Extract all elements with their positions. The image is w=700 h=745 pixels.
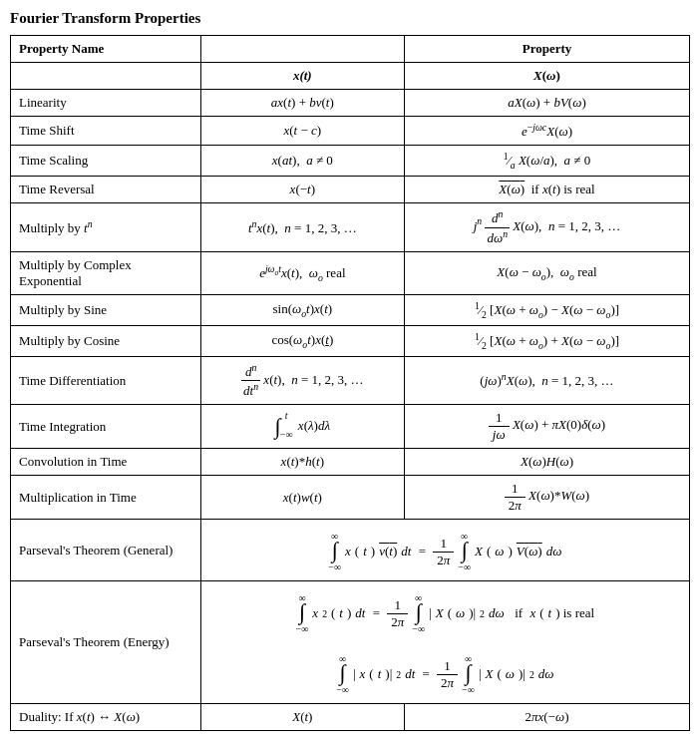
- row-time-shift: Time Shift x(t − c) e−jωcX(ω): [11, 117, 690, 146]
- row-multiply-complex-exp: Multiply by Complex Exponential ejωotx(t…: [11, 251, 690, 294]
- signal-time-shift: x(t − c): [200, 117, 404, 146]
- signal-multiply-complex-exp: ejωotx(t), ωo real: [200, 251, 404, 294]
- page-title: Fourier Transform Properties: [10, 10, 690, 27]
- signal-multiply-sine: sin(ωot)x(t): [200, 294, 404, 325]
- signal-time-diff: dn dtn x(t), n = 1, 2, 3, …: [200, 356, 404, 405]
- property-multiply-sine: 1⁄2 [X(ω + ωo) − X(ω − ωo)]: [404, 294, 689, 325]
- row-duality: Duality: If x(t) ↔ X(ω) X(t) 2πx(−ω): [11, 704, 690, 731]
- signal-multiply-cosine: cos(ωot)x(t): [200, 325, 404, 356]
- signal-linearity: ax(t) + bv(t): [200, 90, 404, 117]
- row-time-scaling: Time Scaling x(at), a ≠ 0 1⁄a X(ω/a), a …: [11, 146, 690, 177]
- subheader-ft: X(ω): [404, 63, 689, 90]
- header-property: Property: [404, 36, 689, 63]
- property-multiply-tn: jn dn dωn X(ω), n = 1, 2, 3, …: [404, 203, 689, 252]
- signal-time-scaling: x(at), a ≠ 0: [200, 146, 404, 177]
- property-duality: 2πx(−ω): [404, 704, 689, 731]
- row-linearity: Linearity ax(t) + bv(t) aX(ω) + bV(ω): [11, 90, 690, 117]
- row-multiplication: Multiplication in Time x(t)w(t) 1 2π X(ω…: [11, 476, 690, 520]
- name-time-scaling: Time Scaling: [11, 146, 201, 177]
- header-name: Property Name: [11, 36, 201, 63]
- signal-time-int: ∫ t −∞ x(λ)dλ: [200, 405, 404, 449]
- properties-table: Property Name Property x(t) X(ω) Lineari…: [10, 35, 690, 731]
- signal-duality: X(t): [200, 704, 404, 731]
- name-parseval-energy: Parseval's Theorem (Energy): [11, 581, 201, 704]
- header-signal: [200, 36, 404, 63]
- formula-parseval-energy-2: ∞ ∫ −∞ |x(t)|2dt = 1 2π ∞ ∫ −∞: [200, 642, 689, 704]
- property-time-diff: (jω)nX(ω), n = 1, 2, 3, …: [404, 356, 689, 405]
- name-multiply-cosine: Multiply by Cosine: [11, 325, 201, 356]
- row-time-reversal: Time Reversal x(−t) X(ω) if x(t) is real: [11, 177, 690, 203]
- formula-parseval-energy-1: ∞ ∫ −∞ x2(t)dt = 1 2π ∞ ∫ −∞: [200, 581, 689, 643]
- name-multiply-complex-exp: Multiply by Complex Exponential: [11, 251, 201, 294]
- name-convolution: Convolution in Time: [11, 449, 201, 476]
- name-linearity: Linearity: [11, 90, 201, 117]
- property-convolution: X(ω)H(ω): [404, 449, 689, 476]
- property-time-scaling: 1⁄a X(ω/a), a ≠ 0: [404, 146, 689, 177]
- row-parseval-energy: Parseval's Theorem (Energy) ∞ ∫ −∞ x2(t)…: [11, 581, 690, 643]
- row-time-int: Time Integration ∫ t −∞ x(λ)dλ 1 jω X(ω)…: [11, 405, 690, 449]
- property-multiplication: 1 2π X(ω)*W(ω): [404, 476, 689, 520]
- property-multiply-cosine: 1⁄2 [X(ω + ωo) + X(ω − ωo)]: [404, 325, 689, 356]
- name-multiplication: Multiplication in Time: [11, 476, 201, 520]
- formula-parseval-general: ∞ ∫ −∞ x(t)v(t)dt = 1 2π ∞ ∫ −∞: [200, 520, 689, 581]
- name-multiply-tn: Multiply by tn: [11, 203, 201, 252]
- property-time-reversal: X(ω) if x(t) is real: [404, 177, 689, 203]
- row-multiply-sine: Multiply by Sine sin(ωot)x(t) 1⁄2 [X(ω +…: [11, 294, 690, 325]
- name-time-int: Time Integration: [11, 405, 201, 449]
- name-time-reversal: Time Reversal: [11, 177, 201, 203]
- property-time-int: 1 jω X(ω) + πX(0)δ(ω): [404, 405, 689, 449]
- signal-multiplication: x(t)w(t): [200, 476, 404, 520]
- name-parseval-general: Parseval's Theorem (General): [11, 520, 201, 581]
- signal-time-reversal: x(−t): [200, 177, 404, 203]
- signal-multiply-tn: tnx(t), n = 1, 2, 3, …: [200, 203, 404, 252]
- row-convolution: Convolution in Time x(t)*h(t) X(ω)H(ω): [11, 449, 690, 476]
- row-multiply-tn: Multiply by tn tnx(t), n = 1, 2, 3, … jn…: [11, 203, 690, 252]
- signal-convolution: x(t)*h(t): [200, 449, 404, 476]
- row-parseval-general: Parseval's Theorem (General) ∞ ∫ −∞ x(t)…: [11, 520, 690, 581]
- name-multiply-sine: Multiply by Sine: [11, 294, 201, 325]
- subheader-name: [11, 63, 201, 90]
- row-time-diff: Time Differentiation dn dtn x(t), n = 1,…: [11, 356, 690, 405]
- name-time-shift: Time Shift: [11, 117, 201, 146]
- row-multiply-cosine: Multiply by Cosine cos(ωot)x(t) 1⁄2 [X(ω…: [11, 325, 690, 356]
- name-duality: Duality: If x(t) ↔ X(ω): [11, 704, 201, 731]
- property-multiply-complex-exp: X(ω − ωo), ωo real: [404, 251, 689, 294]
- name-time-diff: Time Differentiation: [11, 356, 201, 405]
- property-linearity: aX(ω) + bV(ω): [404, 90, 689, 117]
- subheader-signal: x(t): [200, 63, 404, 90]
- property-time-shift: e−jωcX(ω): [404, 117, 689, 146]
